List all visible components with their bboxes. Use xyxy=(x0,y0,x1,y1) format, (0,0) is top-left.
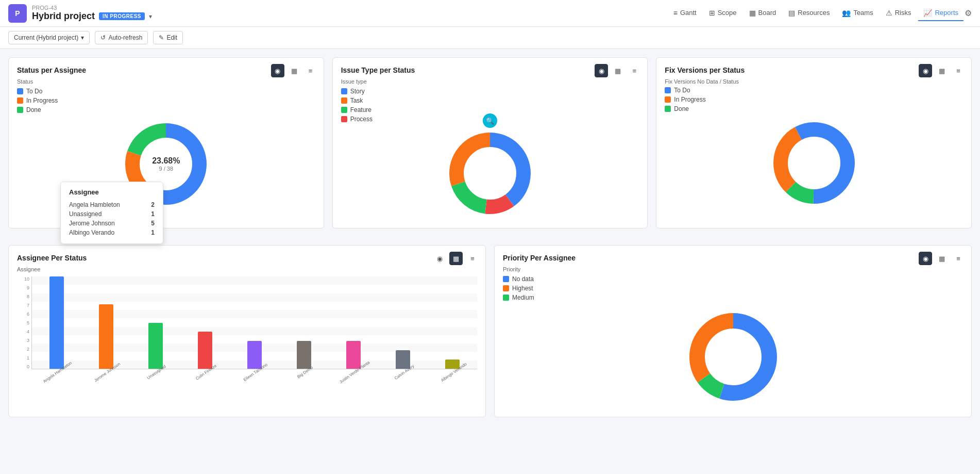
legend-feature: Feature xyxy=(341,106,639,113)
bar-view-button-3[interactable]: ▦ xyxy=(935,64,949,77)
nodata-dot xyxy=(503,276,509,282)
nav-resources[interactable]: ▤ Resources xyxy=(783,6,835,21)
donut-fraction: 9 / 38 xyxy=(152,166,180,172)
list-view-button-3[interactable]: ≡ xyxy=(952,64,965,77)
settings-icon[interactable]: ⚙ xyxy=(965,8,972,18)
legend-inprogress: In Progress xyxy=(17,97,315,104)
fv-todo-dot xyxy=(665,87,671,93)
bar xyxy=(49,276,64,369)
chevron-down-icon: ▾ xyxy=(81,34,84,41)
inprogress-dot xyxy=(17,97,23,104)
bar-view-button-2[interactable]: ▦ xyxy=(611,64,624,77)
donut-view-button[interactable]: ◉ xyxy=(271,64,284,77)
bar-group xyxy=(329,276,378,369)
scope-icon: ⊞ xyxy=(709,9,715,17)
fv-legend-todo: To Do xyxy=(665,87,963,94)
priority-donut-area xyxy=(503,305,963,408)
bar-view-button[interactable]: ▦ xyxy=(288,64,301,77)
panel-icons: ◉ ▦ ≡ xyxy=(271,64,317,77)
bar-view-button-4[interactable]: ▦ xyxy=(449,252,463,265)
fix-versions-legend: To Do In Progress Done xyxy=(665,87,963,112)
priority-per-assignee-panel: Priority Per Assignee ◉ ▦ ≡ Priority No … xyxy=(494,245,972,417)
toolbar: Current (Hybrid project) ▾ ↺ Auto-refres… xyxy=(0,27,980,49)
edit-button[interactable]: ✎ Edit xyxy=(153,31,183,44)
priority-donut-inner xyxy=(705,329,761,385)
fix-versions-subtitle: Fix Versions No Data / Status xyxy=(665,78,963,85)
autorefresh-button[interactable]: ↺ Auto-refresh xyxy=(95,31,148,44)
process-dot xyxy=(341,116,347,122)
tooltip-row-4: Albingo Verando 1 xyxy=(69,228,155,237)
fv-legend-done: Done xyxy=(665,105,963,112)
highest-dot xyxy=(503,285,509,291)
bar xyxy=(346,341,361,369)
legend-task: Task xyxy=(341,97,639,104)
priority-legend-label: Priority xyxy=(503,266,963,272)
panel-icons-3: ◉ ▦ ≡ xyxy=(919,64,965,77)
donut-view-button-5[interactable]: ◉ xyxy=(919,252,932,265)
fv-done-dot xyxy=(665,106,671,112)
legend-story: Story xyxy=(341,88,639,95)
nav-teams[interactable]: 👥 Teams xyxy=(837,6,878,21)
donut-view-button-4[interactable]: ◉ xyxy=(433,252,446,265)
priority-nodata: No data xyxy=(503,275,963,283)
panel-icons-2: ◉ ▦ ≡ xyxy=(595,64,641,77)
list-view-button[interactable]: ≡ xyxy=(304,64,317,77)
current-project-button[interactable]: Current (Hybrid project) ▾ xyxy=(8,31,90,44)
tooltip-row-3: Jerome Johnson 5 xyxy=(69,219,155,228)
nav-board[interactable]: ▦ Board xyxy=(744,6,782,21)
fv-inprogress-dot xyxy=(665,96,671,103)
donut-center-label: 23.68% 9 / 38 xyxy=(152,156,180,172)
donut-inner-3 xyxy=(788,137,840,189)
panel-icons-5: ◉ ▦ ≡ xyxy=(919,252,965,265)
done-dot xyxy=(17,107,23,113)
donut-percent: 23.68% xyxy=(152,156,180,166)
risks-icon: ⚠ xyxy=(886,9,892,17)
app-header: P PROG-43 Hybrid project IN PROGRESS ▾ ≡… xyxy=(0,0,980,27)
medium-dot xyxy=(503,295,509,301)
legend-todo: To Do xyxy=(17,88,315,95)
bar-view-button-5[interactable]: ▦ xyxy=(935,252,949,265)
assignee-tooltip: Assignee Angela Hambleton 2 Unassigned 1… xyxy=(60,182,163,244)
board-icon: ▦ xyxy=(749,9,756,17)
header-left: P PROG-43 Hybrid project IN PROGRESS ▾ xyxy=(8,4,152,23)
bar-group xyxy=(279,276,329,369)
status-legend: Status To Do In Progress Done xyxy=(17,78,315,113)
bar-group xyxy=(230,276,279,369)
legend-done: Done xyxy=(17,106,315,113)
bar xyxy=(247,341,262,369)
assignee-per-status-title: Assignee Per Status xyxy=(17,254,477,262)
donut-view-button-2[interactable]: ◉ xyxy=(595,64,608,77)
fv-legend-inprogress: In Progress xyxy=(665,96,963,103)
list-view-button-4[interactable]: ≡ xyxy=(466,252,479,265)
tooltip-title: Assignee xyxy=(69,188,155,196)
list-view-button-2[interactable]: ≡ xyxy=(628,64,641,77)
pencil-icon: ✎ xyxy=(159,34,164,41)
nav-scope[interactable]: ⊞ Scope xyxy=(704,6,742,21)
fix-versions-donut-area xyxy=(665,117,963,209)
bar-chart xyxy=(31,276,477,369)
bar-group xyxy=(180,276,230,369)
fix-versions-donut xyxy=(768,117,860,209)
nav-gantt[interactable]: ≡ Gantt xyxy=(668,6,702,21)
priority-medium: Medium xyxy=(503,294,963,301)
issue-donut-area xyxy=(341,127,639,220)
list-view-button-5[interactable]: ≡ xyxy=(952,252,965,265)
assignee-y-label: Assignee xyxy=(17,266,477,272)
nav-risks[interactable]: ⚠ Risks xyxy=(881,6,917,21)
bar-group xyxy=(32,276,81,369)
search-overlay-button[interactable]: 🔍 xyxy=(483,113,497,128)
y-axis: 10 9 8 7 6 5 4 3 2 1 0 xyxy=(17,276,31,369)
gantt-icon: ≡ xyxy=(673,9,678,17)
prog-id: PROG-43 xyxy=(32,5,152,11)
fix-versions-donut-svg xyxy=(768,117,860,209)
donut-view-button-3[interactable]: ◉ xyxy=(919,64,932,77)
issue-legend-label: Issue type xyxy=(341,78,639,85)
project-icon: P xyxy=(8,4,27,23)
story-dot xyxy=(341,88,347,94)
panel-icons-4: ◉ ▦ ≡ xyxy=(433,252,479,265)
priority-per-assignee-title: Priority Per Assignee xyxy=(503,254,963,262)
priority-legend: Priority No data Highest Medium xyxy=(503,266,963,301)
nav-reports[interactable]: 📈 Reports xyxy=(918,6,964,21)
resources-icon: ▤ xyxy=(788,9,795,17)
chevron-down-icon[interactable]: ▾ xyxy=(149,13,152,20)
